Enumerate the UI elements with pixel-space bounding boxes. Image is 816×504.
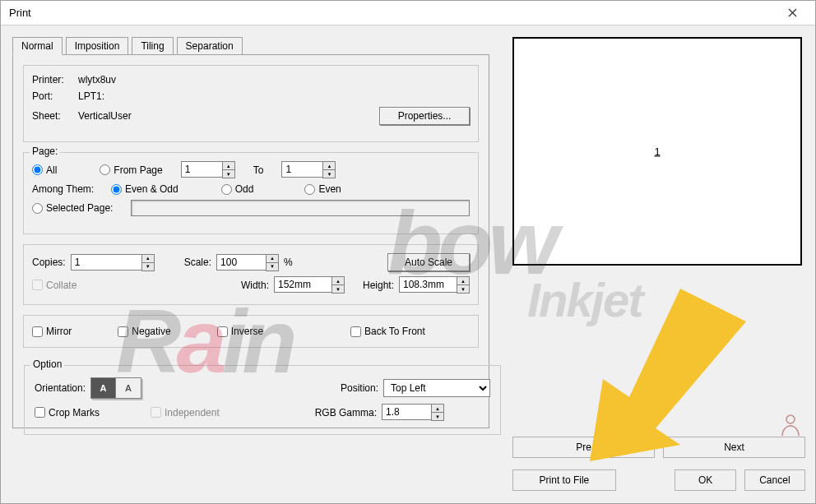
auto-scale-button[interactable]: Auto Scale [387,253,470,271]
left-pane: Normal Imposition Tiling Separation Prin… [12,37,489,428]
print-preview: 1 [512,37,802,266]
next-button[interactable]: Next [663,437,805,458]
tab-imposition[interactable]: Imposition [66,37,129,55]
height-spinner[interactable]: ▲▼ [399,276,470,294]
print-to-file-button[interactable]: Print to File [512,469,616,491]
to-page-input[interactable] [281,161,322,178]
checkbox-back-to-front[interactable]: Back To Front [350,326,425,337]
width-spinner[interactable]: ▲▼ [274,276,345,294]
svg-point-2 [786,415,795,423]
scale-label: Scale: [184,257,211,268]
spin-up-icon[interactable]: ▲ [266,254,279,262]
rgb-gamma-label: RGB Gamma: [315,407,377,418]
watermark-inkjet: Inkjet [527,272,642,327]
orientation-portrait-icon[interactable]: A [91,378,116,398]
spin-up-icon[interactable]: ▲ [222,161,235,169]
flags-group: Mirror Negative Inverse Back To Front [23,315,479,348]
radio-all[interactable]: All [32,164,57,176]
orientation-toggle[interactable]: A A [90,377,141,399]
position-label: Position: [341,382,378,394]
width-label: Width: [241,280,269,291]
scale-spinner[interactable]: ▲▼ [216,254,279,271]
radio-selected-page[interactable]: Selected Page: [32,202,113,214]
height-label: Height: [363,280,394,291]
spin-down-icon[interactable]: ▼ [332,284,345,294]
sheet-value: VerticalUser [78,110,132,122]
spin-up-icon[interactable]: ▲ [322,161,336,169]
user-icon [781,414,800,437]
orientation-label: Orientation: [35,382,86,394]
spin-up-icon[interactable]: ▲ [431,404,444,412]
scale-input[interactable] [216,254,266,270]
spin-down-icon[interactable]: ▼ [141,262,155,271]
copies-label: Copies: [32,257,66,268]
spin-down-icon[interactable]: ▼ [266,262,279,271]
printer-label: Printer: [32,74,73,86]
rgb-gamma-input[interactable] [382,404,431,420]
to-page-spinner[interactable]: ▲▼ [281,161,336,178]
tab-tiling[interactable]: Tiling [132,37,173,55]
dialog-body: Normal Imposition Tiling Separation Prin… [1,25,815,503]
to-label: To [253,164,264,176]
page-group: Page: All From Page ▲▼ To ▲▼ [23,152,479,234]
tab-separation[interactable]: Separation [177,37,243,55]
ok-button[interactable]: OK [675,469,735,491]
option-group: Option Orientation: A A Position: Top Le… [24,365,501,435]
from-page-spinner[interactable]: ▲▼ [181,161,235,178]
close-button[interactable] [776,2,809,25]
printer-value: wlytx8uv [78,74,116,86]
window-title: Print [9,7,776,19]
sheet-label: Sheet: [32,110,73,122]
preview-page-number: 1 [654,146,660,158]
rgb-gamma-spinner[interactable]: ▲▼ [382,404,444,421]
page-legend: Page: [30,146,60,157]
action-row: Print to File OK Cancel [512,469,805,491]
among-label: Among Them: [32,183,106,195]
spin-down-icon[interactable]: ▼ [431,412,444,421]
pre-button[interactable]: Pre [512,437,655,458]
spin-up-icon[interactable]: ▲ [457,276,470,284]
width-input[interactable] [274,276,332,293]
highlight-arrow-icon [565,289,746,461]
radio-odd[interactable]: Odd [221,183,254,195]
titlebar: Print [1,1,815,25]
spin-up-icon[interactable]: ▲ [141,254,155,262]
orientation-landscape-icon[interactable]: A [116,378,141,398]
print-dialog: Print Normal Imposition Tiling Separatio… [0,0,816,504]
checkbox-inverse[interactable]: Inverse [217,326,263,337]
spin-down-icon[interactable]: ▼ [457,284,470,294]
copies-group: Copies: ▲▼ Scale: ▲▼ % Auto Scale [23,244,479,305]
printer-group: Printer: wlytx8uv Port: LPT1: Sheet: Ver… [23,65,479,142]
option-legend: Option [30,358,64,370]
height-input[interactable] [399,276,457,293]
port-value: LPT1: [78,90,104,102]
checkbox-negative[interactable]: Negative [118,326,170,337]
radio-from-page[interactable]: From Page [100,164,162,176]
close-icon [788,8,797,17]
checkbox-crop-marks[interactable]: Crop Marks [35,407,100,418]
from-page-input[interactable] [181,161,222,178]
nav-row: Pre Next [512,437,805,458]
spin-down-icon[interactable]: ▼ [322,169,336,178]
properties-button[interactable]: Properties... [379,107,470,125]
radio-even[interactable]: Even [304,183,341,195]
copies-input[interactable] [71,254,141,270]
spin-down-icon[interactable]: ▼ [222,169,235,178]
checkbox-independent: Independent [151,407,220,418]
tab-bar: Normal Imposition Tiling Separation [12,37,489,55]
copies-spinner[interactable]: ▲▼ [71,254,155,271]
cancel-button[interactable]: Cancel [744,469,805,491]
tab-normal[interactable]: Normal [12,37,63,55]
spin-up-icon[interactable]: ▲ [332,276,345,284]
svg-marker-3 [590,289,746,461]
selected-page-input[interactable] [131,200,470,216]
checkbox-mirror[interactable]: Mirror [32,326,72,337]
percent-label: % [284,257,293,268]
port-label: Port: [32,90,73,102]
radio-even-and-odd[interactable]: Even & Odd [111,183,178,195]
position-select[interactable]: Top Left [383,379,490,397]
checkbox-collate: Collate [32,280,76,291]
